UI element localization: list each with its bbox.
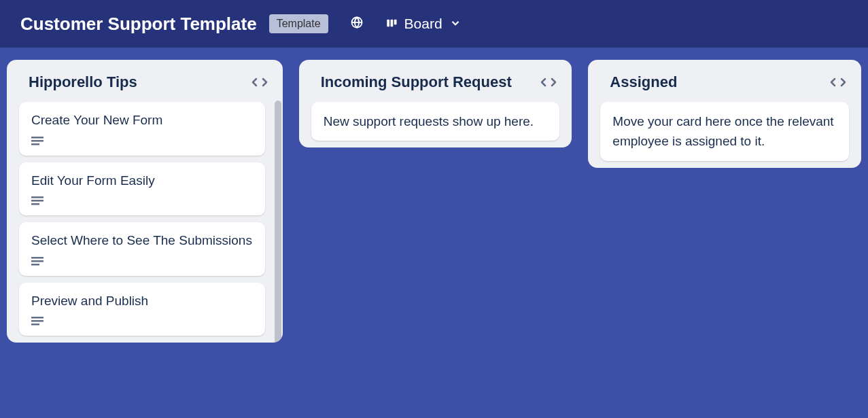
svg-rect-2 xyxy=(390,19,393,27)
card[interactable]: Move your card here once the relevant em… xyxy=(600,102,849,161)
description-icon xyxy=(31,317,253,326)
svg-rect-12 xyxy=(31,264,39,266)
list-title[interactable]: Hipporello Tips xyxy=(29,73,137,91)
board-title[interactable]: Customer Support Template xyxy=(20,14,257,35)
svg-rect-14 xyxy=(31,320,44,322)
card-title: Edit Your Form Easily xyxy=(31,172,253,190)
description-icon xyxy=(31,196,253,206)
list-assigned: Assigned Move your card here once the re… xyxy=(588,60,861,168)
card-title: Preview and Publish xyxy=(31,292,253,311)
description-icon xyxy=(31,137,253,146)
svg-rect-1 xyxy=(387,19,389,27)
chevron-down-icon xyxy=(449,17,462,31)
svg-rect-7 xyxy=(31,196,44,198)
svg-rect-5 xyxy=(31,140,44,142)
list-header: Assigned xyxy=(595,68,854,102)
collapse-list-icon[interactable] xyxy=(540,77,557,88)
list-header: Incoming Support Request xyxy=(306,68,566,102)
board-area: Hipporello Tips Create Your New Form xyxy=(0,48,868,355)
svg-rect-13 xyxy=(31,317,44,319)
cards-wrapper: Move your card here once the relevant em… xyxy=(595,102,854,161)
globe-icon[interactable] xyxy=(350,16,364,33)
card-title: Move your card here once the relevant em… xyxy=(612,111,837,152)
svg-rect-15 xyxy=(31,324,39,326)
svg-rect-3 xyxy=(394,19,396,24)
svg-rect-11 xyxy=(31,260,44,262)
list-title[interactable]: Incoming Support Request xyxy=(321,73,512,91)
svg-rect-9 xyxy=(31,203,39,205)
collapse-list-icon[interactable] xyxy=(251,77,268,88)
board-header: Customer Support Template Template Board xyxy=(0,0,868,48)
card-title: Create Your New Form xyxy=(31,111,253,130)
cards-wrapper: New support requests show up here. xyxy=(306,102,566,141)
card[interactable]: Select Where to See The Submissions xyxy=(19,222,265,276)
board-view-icon xyxy=(385,17,398,31)
svg-rect-8 xyxy=(31,200,44,202)
description-icon xyxy=(31,257,253,266)
list-hipporello-tips: Hipporello Tips Create Your New Form xyxy=(7,60,283,343)
list-title[interactable]: Assigned xyxy=(610,73,677,91)
list-header: Hipporello Tips xyxy=(14,68,276,102)
view-label: Board xyxy=(404,16,442,32)
card-title: New support requests show up here. xyxy=(324,111,548,131)
card[interactable]: New support requests show up here. xyxy=(311,102,560,141)
view-switcher[interactable]: Board xyxy=(385,16,462,32)
svg-rect-4 xyxy=(31,137,44,139)
scrollbar[interactable] xyxy=(275,101,281,343)
svg-rect-10 xyxy=(31,257,44,259)
card[interactable]: Edit Your Form Easily xyxy=(19,162,265,216)
cards-wrapper: Create Your New Form Edit Your Form Easi… xyxy=(14,102,276,336)
svg-rect-6 xyxy=(31,143,39,145)
collapse-list-icon[interactable] xyxy=(830,77,846,88)
template-badge[interactable]: Template xyxy=(269,14,328,33)
card[interactable]: Preview and Publish xyxy=(19,283,265,336)
list-incoming-support: Incoming Support Request New support req… xyxy=(299,60,572,147)
card[interactable]: Create Your New Form xyxy=(19,102,265,156)
card-title: Select Where to See The Submissions xyxy=(31,232,253,250)
